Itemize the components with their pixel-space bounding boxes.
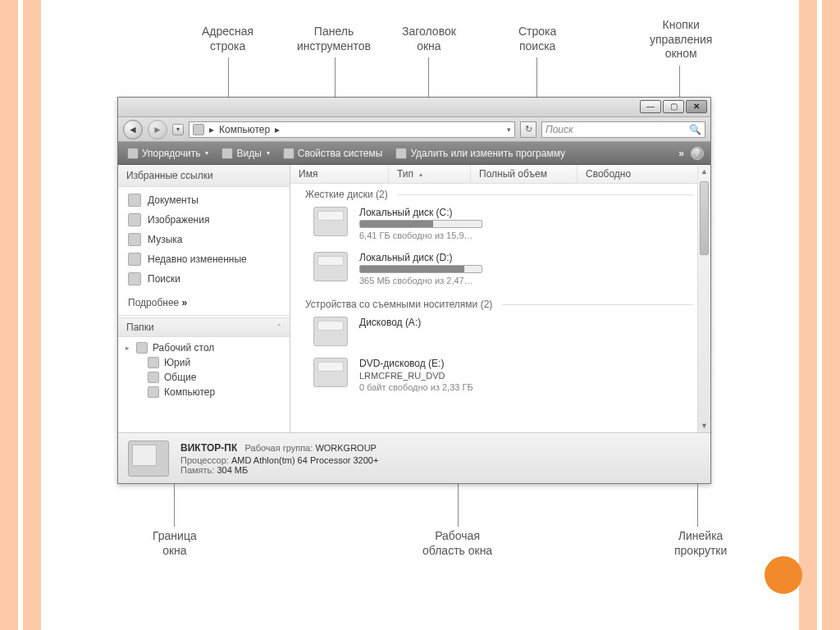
folders-header[interactable]: Папки˄: [118, 317, 290, 337]
document-icon: [128, 194, 141, 207]
user-icon: [148, 357, 159, 368]
scroll-thumb[interactable]: [700, 181, 709, 255]
tree-public[interactable]: Общие: [123, 370, 285, 385]
refresh-button[interactable]: ↻: [520, 121, 536, 138]
decor-stripe: [822, 0, 840, 630]
vertical-scrollbar[interactable]: ▲ ▼: [697, 165, 710, 432]
scroll-down-icon[interactable]: ▼: [698, 419, 710, 432]
titlebar[interactable]: — ▢ ✕: [118, 98, 710, 117]
computer-name: ВИКТОР-ПК: [180, 442, 237, 454]
minimize-button[interactable]: —: [640, 100, 661, 113]
search-folder-icon: [128, 272, 141, 285]
computer-icon: [283, 148, 294, 159]
search-input[interactable]: Поиск 🔍: [541, 121, 705, 138]
anno-address: Адреснаястрока: [202, 25, 253, 53]
sidebar-item-label: Документы: [148, 194, 199, 206]
explorer-window: — ▢ ✕ ◄ ► ▾ ▸ Компьютер ▸ ▾ ↻ Поиск 🔍 Уп…: [117, 97, 711, 484]
drive-label: DVD-дисковод (E:): [359, 358, 702, 369]
hdd-icon: [313, 207, 348, 236]
toolbar-overflow[interactable]: »: [678, 148, 684, 159]
anno-toolbar: Панельинструментов: [297, 25, 371, 53]
drive-d[interactable]: Локальный диск (D:) 365 МБ свободно из 2…: [290, 249, 710, 294]
sidebar-item-music[interactable]: Музыка: [118, 230, 290, 249]
column-headers: Имя Тип Полный объем Свободно: [290, 165, 710, 184]
sidebar-item-label: Изображения: [148, 214, 209, 226]
drive-c[interactable]: Локальный диск (C:) 6,41 ГБ свободно из …: [290, 203, 710, 249]
sidebar-item-label: Музыка: [148, 234, 182, 245]
details-pane: ВИКТОР-ПК Рабочая группа: WORKGROUP Проц…: [118, 432, 710, 483]
views-button[interactable]: Виды▾: [216, 144, 275, 162]
anno-line: [428, 57, 429, 100]
capacity-bar: [359, 265, 482, 273]
recent-icon: [128, 253, 141, 266]
divider: [118, 315, 290, 316]
group-removable[interactable]: Устройства со съемными носителями (2)˄: [290, 294, 710, 313]
nav-row: ◄ ► ▾ ▸ Компьютер ▸ ▾ ↻ Поиск 🔍: [118, 117, 710, 142]
anno-winbtns: Кнопкиуправленияокном: [650, 18, 712, 62]
maximize-button[interactable]: ▢: [663, 100, 684, 113]
capacity-bar: [359, 220, 482, 228]
music-icon: [128, 233, 141, 246]
sidebar: Избранные ссылки Документы Изображения М…: [118, 165, 290, 432]
hdd-icon: [313, 252, 348, 281]
help-icon[interactable]: ?: [691, 147, 704, 160]
folder-tree: ▸Рабочий стол Юрий Общие Компьютер: [118, 337, 290, 403]
drive-a[interactable]: Дисковод (A:): [290, 313, 710, 354]
computer-icon: [148, 386, 159, 398]
organize-button[interactable]: Упорядочить▾: [121, 144, 214, 162]
computer-large-icon: [128, 441, 169, 477]
system-properties-button[interactable]: Свойства системы: [277, 144, 389, 162]
sidebar-more[interactable]: Подробнее »: [118, 292, 290, 313]
decor-stripe: [23, 0, 41, 630]
folder-icon: [127, 148, 139, 159]
anno-scrollbar: Линейкапрокрутки: [674, 529, 727, 558]
anno-workarea: Рабочаяобласть окна: [422, 529, 492, 558]
sidebar-item-documents[interactable]: Документы: [118, 190, 290, 210]
desktop-icon: [136, 342, 148, 354]
address-bar[interactable]: ▸ Компьютер ▸ ▾: [189, 121, 515, 138]
address-dropdown-icon[interactable]: ▾: [507, 126, 511, 134]
drive-freespace: 365 МБ свободно из 2,47…: [359, 276, 702, 285]
history-dropdown[interactable]: ▾: [172, 124, 184, 135]
breadcrumb-item[interactable]: Компьютер: [219, 124, 270, 135]
tree-user[interactable]: Юрий: [123, 355, 285, 370]
sidebar-item-recent[interactable]: Недавно измененные: [118, 249, 290, 269]
tree-computer[interactable]: Компьютер: [123, 385, 285, 399]
sidebar-item-pictures[interactable]: Изображения: [118, 210, 290, 230]
views-icon: [221, 148, 233, 159]
tree-desktop[interactable]: ▸Рабочий стол: [123, 340, 285, 355]
forward-button[interactable]: ►: [148, 120, 167, 139]
col-type[interactable]: Тип: [389, 165, 471, 183]
col-name[interactable]: Имя: [290, 165, 389, 183]
decor-stripe: [799, 0, 817, 630]
sidebar-item-label: Поиски: [148, 273, 180, 285]
group-hdd[interactable]: Жесткие диски (2)˄: [290, 184, 710, 203]
anno-search: Строкапоиска: [518, 25, 556, 53]
decor-dot: [765, 556, 802, 594]
anno-title: Заголовококна: [402, 25, 456, 53]
col-total[interactable]: Полный объем: [471, 165, 578, 183]
col-free[interactable]: Свободно: [578, 165, 710, 183]
chevron-up-icon: ˄: [277, 323, 281, 331]
sidebar-item-label: Недавно измененные: [148, 253, 247, 265]
uninstall-program-button[interactable]: Удалить или изменить программу: [390, 144, 571, 162]
breadcrumb-sep: ▸: [209, 124, 214, 135]
main-pane: Имя Тип Полный объем Свободно Жесткие ди…: [290, 165, 710, 432]
decor-stripe: [0, 0, 18, 630]
search-icon: 🔍: [689, 124, 701, 135]
close-button[interactable]: ✕: [686, 100, 707, 113]
picture-icon: [128, 213, 141, 226]
anno-border: Границаокна: [153, 529, 197, 558]
toolbar: Упорядочить▾ Виды▾ Свойства системы Удал…: [118, 142, 710, 165]
sidebar-item-searches[interactable]: Поиски: [118, 269, 290, 289]
drive-freespace: 6,41 ГБ свободно из 15,9…: [359, 231, 702, 240]
drive-label: Дисковод (A:): [359, 317, 702, 328]
drive-e[interactable]: DVD-дисковод (E:) LRMCFRE_RU_DVD 0 байт …: [290, 354, 710, 394]
uninstall-icon: [395, 148, 407, 159]
floppy-icon: [313, 317, 348, 346]
drive-volume-label: LRMCFRE_RU_DVD: [359, 371, 702, 381]
anno-line: [679, 66, 680, 100]
favorites-header: Избранные ссылки: [118, 165, 290, 187]
scroll-up-icon[interactable]: ▲: [698, 165, 710, 178]
back-button[interactable]: ◄: [123, 120, 143, 139]
